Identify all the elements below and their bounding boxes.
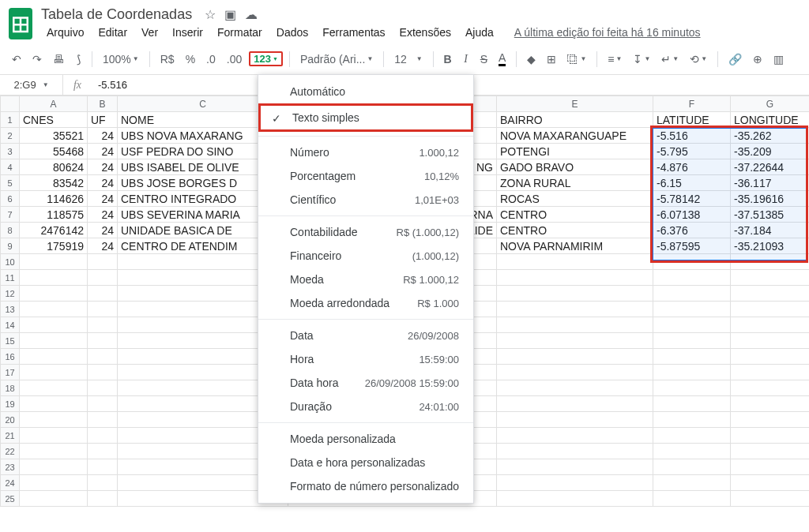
strike-button[interactable]: S — [476, 50, 491, 69]
format-duration[interactable]: Duração24:01:00 — [258, 395, 473, 418]
merge-button[interactable]: ⿻ ▼ — [563, 50, 590, 69]
cell[interactable]: 175919 — [20, 238, 88, 254]
row-header[interactable]: 10 — [1, 254, 20, 270]
row-header[interactable]: 13 — [1, 302, 20, 317]
cell[interactable]: 24 — [88, 175, 118, 191]
format-custom-currency[interactable]: Moeda personalizada — [258, 427, 473, 451]
row-header[interactable]: 8 — [1, 223, 20, 238]
comment-button[interactable]: ⊕ — [749, 50, 766, 69]
borders-button[interactable]: ⊞ — [543, 50, 560, 69]
row-header[interactable]: 6 — [1, 191, 20, 207]
print-icon[interactable]: 🖶 — [49, 50, 68, 69]
cell[interactable]: LATITUDE — [653, 112, 731, 128]
cell[interactable]: 24 — [88, 238, 118, 254]
cell[interactable]: LONGITUDE — [731, 112, 810, 128]
cell[interactable]: -5.516 — [653, 128, 731, 144]
cell[interactable]: 24 — [88, 223, 118, 238]
row-header[interactable]: 7 — [1, 207, 20, 223]
document-title[interactable]: Tabela de Coordenadas — [41, 6, 192, 23]
cell[interactable]: CENTRO — [497, 207, 653, 223]
format-automatic[interactable]: Automático — [258, 80, 473, 103]
col-header-g[interactable]: G — [731, 96, 810, 112]
cell[interactable]: -6.07138 — [653, 207, 731, 223]
cell[interactable]: -5.78142 — [653, 191, 731, 207]
cell[interactable]: NOVA PARNAMIRIM — [497, 238, 653, 254]
row-header[interactable]: 1 — [1, 112, 20, 128]
row-header[interactable]: 5 — [1, 175, 20, 191]
row-header[interactable]: 21 — [1, 428, 20, 444]
row-header[interactable]: 22 — [1, 444, 20, 459]
menu-formatar[interactable]: Formatar — [212, 24, 268, 40]
cell[interactable]: -35.262 — [731, 128, 810, 144]
format-currency-rounded[interactable]: Moeda arredondadaR$ 1.000 — [258, 291, 473, 315]
zoom-select[interactable]: 100% ▼ — [99, 50, 143, 69]
cell[interactable]: -4.876 — [653, 159, 731, 175]
row-header[interactable]: 25 — [1, 491, 20, 507]
halign-button[interactable]: ≡ ▼ — [604, 50, 626, 69]
sheets-logo[interactable] — [8, 7, 33, 40]
decrease-decimals-button[interactable]: .0 — [202, 50, 220, 69]
cell[interactable]: NOVA MAXARANGUAPE — [497, 128, 653, 144]
cell[interactable]: -37.22644 — [731, 159, 810, 175]
redo-icon[interactable]: ↷ — [28, 50, 46, 69]
format-date[interactable]: Data26/09/2008 — [258, 324, 473, 347]
cell[interactable]: -37.184 — [731, 223, 810, 238]
row-header[interactable]: 17 — [1, 365, 20, 380]
format-custom-datetime[interactable]: Data e hora personalizadas — [258, 451, 473, 474]
menu-ajuda[interactable]: Ajuda — [460, 24, 499, 40]
menu-dados[interactable]: Dados — [271, 24, 314, 40]
cell[interactable]: 114626 — [20, 191, 88, 207]
menu-arquivo[interactable]: Arquivo — [41, 24, 89, 40]
format-datetime[interactable]: Data hora26/09/2008 15:59:00 — [258, 371, 473, 395]
star-icon[interactable]: ☆ — [205, 8, 216, 21]
row-header[interactable]: 15 — [1, 333, 20, 349]
fill-color-button[interactable]: ◆ — [523, 50, 540, 69]
cell[interactable]: CNES — [20, 112, 88, 128]
row-header[interactable]: 12 — [1, 286, 20, 302]
cell[interactable]: 24 — [88, 159, 118, 175]
format-financial[interactable]: Financeiro(1.000,12) — [258, 244, 473, 268]
last-edit-link[interactable]: A última edição foi feita há 16 minutos — [509, 24, 706, 40]
format-percent[interactable]: Porcentagem10,12% — [258, 164, 473, 188]
cell[interactable]: CENTRO — [497, 223, 653, 238]
row-header[interactable]: 18 — [1, 380, 20, 396]
text-color-button[interactable]: A — [495, 48, 510, 69]
cell[interactable]: -6.15 — [653, 175, 731, 191]
cell[interactable]: 80624 — [20, 159, 88, 175]
font-select[interactable]: Padrão (Ari... ▼ — [296, 50, 377, 69]
cell[interactable]: POTENGI — [497, 144, 653, 159]
cell[interactable]: 35521 — [20, 128, 88, 144]
cell[interactable]: BAIRRO — [497, 112, 653, 128]
wrap-button[interactable]: ↵ ▼ — [657, 50, 683, 69]
row-header[interactable]: 9 — [1, 238, 20, 254]
cell[interactable]: ZONA RURAL — [497, 175, 653, 191]
rotate-button[interactable]: ⟲ ▼ — [686, 50, 711, 69]
cell[interactable]: -35.19616 — [731, 191, 810, 207]
row-header[interactable]: 24 — [1, 475, 20, 491]
increase-decimals-button[interactable]: .00 — [223, 50, 246, 69]
format-custom-number[interactable]: Formato de número personalizado — [258, 474, 473, 498]
move-icon[interactable]: ▣ — [224, 8, 236, 21]
formula-input[interactable]: -5.516 — [92, 79, 127, 91]
row-header[interactable]: 20 — [1, 412, 20, 428]
cloud-icon[interactable]: ☁ — [245, 8, 258, 21]
bold-button[interactable]: B — [440, 50, 456, 69]
link-button[interactable]: 🔗 — [724, 50, 746, 69]
cell[interactable]: -37.51385 — [731, 207, 810, 223]
cell[interactable]: 55468 — [20, 144, 88, 159]
chart-button[interactable]: ▥ — [769, 50, 788, 69]
menu-inserir[interactable]: Inserir — [167, 24, 209, 40]
row-header[interactable]: 4 — [1, 159, 20, 175]
menu-ferramentas[interactable]: Ferramentas — [317, 24, 390, 40]
format-accounting[interactable]: ContabilidadeR$ (1.000,12) — [258, 220, 473, 244]
format-plain-text[interactable]: ✓Texto simples — [258, 103, 473, 132]
cell[interactable]: -6.376 — [653, 223, 731, 238]
cell[interactable]: -36.117 — [731, 175, 810, 191]
italic-button[interactable]: I — [459, 50, 473, 69]
font-size-select[interactable]: 12 ▼ — [390, 50, 426, 69]
cell[interactable]: 24 — [88, 207, 118, 223]
cell[interactable]: -5.87595 — [653, 238, 731, 254]
cell[interactable]: -5.795 — [653, 144, 731, 159]
undo-icon[interactable]: ↶ — [8, 50, 25, 69]
row-header[interactable]: 3 — [1, 144, 20, 159]
